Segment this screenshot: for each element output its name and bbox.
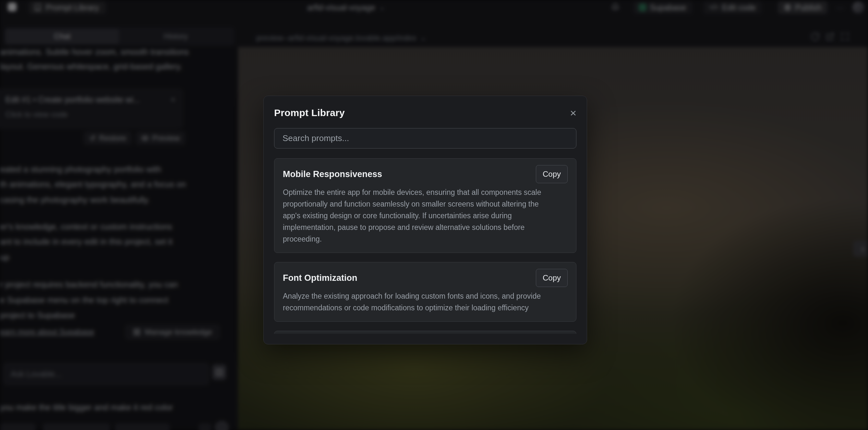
prompt-list: Mobile Responsiveness Copy Optimize the …	[274, 158, 577, 334]
modal-title: Prompt Library	[274, 108, 345, 118]
prompt-card-font-optimization: Font Optimization Copy Analyze the exist…	[274, 262, 577, 322]
close-icon[interactable]: ×	[570, 108, 577, 118]
prompt-body-line: proceeding.	[283, 233, 568, 245]
prompt-card-mobile-responsiveness: Mobile Responsiveness Copy Optimize the …	[274, 158, 577, 253]
prompt-title: Font Optimization	[283, 273, 357, 283]
prompt-title: Mobile Responsiveness	[283, 169, 382, 179]
prompt-body-line: recommendations or code modifications to…	[283, 302, 568, 314]
prompt-body: Optimize the entire app for mobile devic…	[283, 186, 568, 245]
prompt-search-input[interactable]	[274, 128, 577, 149]
prompt-body-line: proportionally and function seamlessly o…	[283, 198, 568, 210]
prompt-body-line: Optimize the entire app for mobile devic…	[283, 186, 568, 198]
app-window: Prompt Library arfid-visual-voyage ⌄ Sup…	[0, 0, 868, 430]
prompt-body-line: app's existing design or core functional…	[283, 210, 568, 221]
copy-button[interactable]: Copy	[536, 269, 568, 287]
prompt-body: Analyze the existing approach for loadin…	[283, 290, 568, 314]
copy-button[interactable]: Copy	[536, 165, 568, 183]
prompt-body-line: implementation, pause to propose and rev…	[283, 221, 568, 233]
prompt-body-line: Analyze the existing approach for loadin…	[283, 290, 568, 302]
prompt-library-modal: Prompt Library × Mobile Responsiveness C…	[264, 96, 587, 344]
prompt-card-clipped	[274, 331, 577, 334]
